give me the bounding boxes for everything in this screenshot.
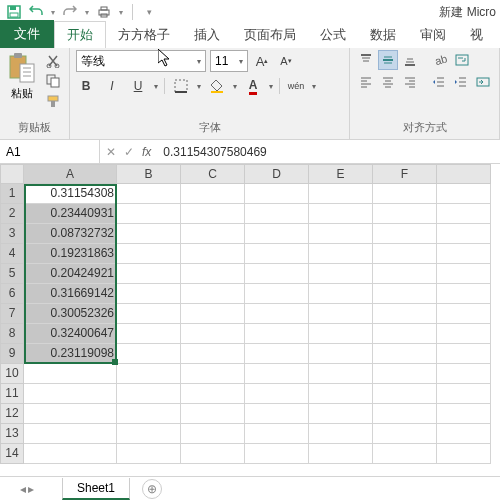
align-center-icon[interactable]	[378, 72, 398, 92]
cell[interactable]	[373, 424, 437, 444]
cell[interactable]	[245, 364, 309, 384]
cell[interactable]	[245, 264, 309, 284]
row-header[interactable]: 8	[0, 324, 24, 344]
tab-file[interactable]: 文件	[0, 20, 54, 48]
cell[interactable]	[181, 404, 245, 424]
fx-icon[interactable]: fx	[142, 145, 151, 159]
cell[interactable]	[245, 304, 309, 324]
cell[interactable]	[373, 444, 437, 464]
cell[interactable]	[309, 364, 373, 384]
cell[interactable]	[437, 204, 491, 224]
font-size-select[interactable]: 11▾	[210, 50, 248, 72]
cell[interactable]	[373, 264, 437, 284]
cell[interactable]	[437, 364, 491, 384]
cell[interactable]	[117, 304, 181, 324]
cell[interactable]	[181, 384, 245, 404]
enter-icon[interactable]: ✓	[124, 145, 134, 159]
cell[interactable]	[309, 404, 373, 424]
cell[interactable]	[373, 244, 437, 264]
cell[interactable]	[309, 224, 373, 244]
sheet-nav-prev-icon[interactable]: ◂	[20, 482, 26, 496]
fill-color-icon[interactable]	[207, 76, 227, 96]
cell[interactable]	[309, 344, 373, 364]
chevron-down-icon[interactable]: ▾	[154, 82, 158, 91]
cell[interactable]	[181, 304, 245, 324]
decrease-indent-icon[interactable]	[429, 72, 449, 92]
column-header-d[interactable]: D	[245, 164, 309, 184]
tab-layout[interactable]: 页面布局	[232, 22, 308, 48]
cell[interactable]	[24, 424, 117, 444]
cell[interactable]	[309, 184, 373, 204]
cell[interactable]	[245, 404, 309, 424]
column-header-e[interactable]: E	[309, 164, 373, 184]
cell[interactable]	[309, 324, 373, 344]
cell[interactable]	[245, 324, 309, 344]
increase-indent-icon[interactable]	[451, 72, 471, 92]
cell[interactable]	[117, 444, 181, 464]
align-bottom-icon[interactable]	[400, 50, 420, 70]
cell[interactable]	[117, 244, 181, 264]
border-icon[interactable]	[171, 76, 191, 96]
cell[interactable]: 0.20424921	[24, 264, 117, 284]
row-header[interactable]: 4	[0, 244, 24, 264]
orientation-icon[interactable]: ab	[430, 50, 450, 70]
font-color-icon[interactable]: A	[243, 76, 263, 96]
cell[interactable]	[437, 324, 491, 344]
cell[interactable]	[309, 424, 373, 444]
column-header-c[interactable]: C	[181, 164, 245, 184]
column-header-a[interactable]: A	[24, 164, 117, 184]
tab-view[interactable]: 视	[458, 22, 495, 48]
cell[interactable]	[437, 244, 491, 264]
cell[interactable]	[245, 184, 309, 204]
cell[interactable]: 0.31669142	[24, 284, 117, 304]
copy-icon[interactable]	[44, 72, 62, 90]
cell[interactable]	[373, 324, 437, 344]
cell[interactable]	[117, 424, 181, 444]
cell[interactable]	[245, 344, 309, 364]
cell[interactable]	[309, 304, 373, 324]
cell[interactable]	[181, 444, 245, 464]
cell[interactable]	[437, 344, 491, 364]
bold-button[interactable]: B	[76, 76, 96, 96]
cell[interactable]	[117, 384, 181, 404]
cell[interactable]	[373, 404, 437, 424]
cell[interactable]	[437, 304, 491, 324]
chevron-down-icon[interactable]: ▾	[233, 82, 237, 91]
merge-icon[interactable]	[473, 72, 493, 92]
cell[interactable]	[245, 424, 309, 444]
row-header[interactable]: 13	[0, 424, 24, 444]
cell[interactable]	[437, 444, 491, 464]
cell[interactable]	[181, 204, 245, 224]
cell[interactable]: 0.32400647	[24, 324, 117, 344]
cell[interactable]	[245, 204, 309, 224]
cell[interactable]	[24, 404, 117, 424]
paste-button[interactable]: 粘贴	[6, 50, 38, 112]
align-top-icon[interactable]	[356, 50, 376, 70]
align-right-icon[interactable]	[400, 72, 420, 92]
customize-qat-icon[interactable]: ▾	[139, 2, 159, 22]
decrease-font-icon[interactable]: A▾	[276, 51, 296, 71]
cell[interactable]	[309, 244, 373, 264]
tab-formula[interactable]: 公式	[308, 22, 358, 48]
cell[interactable]	[373, 284, 437, 304]
cell[interactable]	[117, 324, 181, 344]
italic-button[interactable]: I	[102, 76, 122, 96]
cell[interactable]	[24, 384, 117, 404]
cell[interactable]	[437, 284, 491, 304]
column-header-b[interactable]: B	[117, 164, 181, 184]
cell[interactable]: 0.30052326	[24, 304, 117, 324]
cell[interactable]	[245, 224, 309, 244]
cell[interactable]: 0.08732732	[24, 224, 117, 244]
cell[interactable]	[373, 304, 437, 324]
cell[interactable]	[437, 224, 491, 244]
column-header-f[interactable]: F	[373, 164, 437, 184]
cell[interactable]	[309, 284, 373, 304]
select-all-corner[interactable]	[0, 164, 24, 184]
tab-insert[interactable]: 插入	[182, 22, 232, 48]
cell[interactable]	[437, 424, 491, 444]
chevron-down-icon[interactable]: ▾	[197, 82, 201, 91]
tab-review[interactable]: 审阅	[408, 22, 458, 48]
cell[interactable]	[245, 284, 309, 304]
cell[interactable]	[117, 284, 181, 304]
underline-button[interactable]: U	[128, 76, 148, 96]
